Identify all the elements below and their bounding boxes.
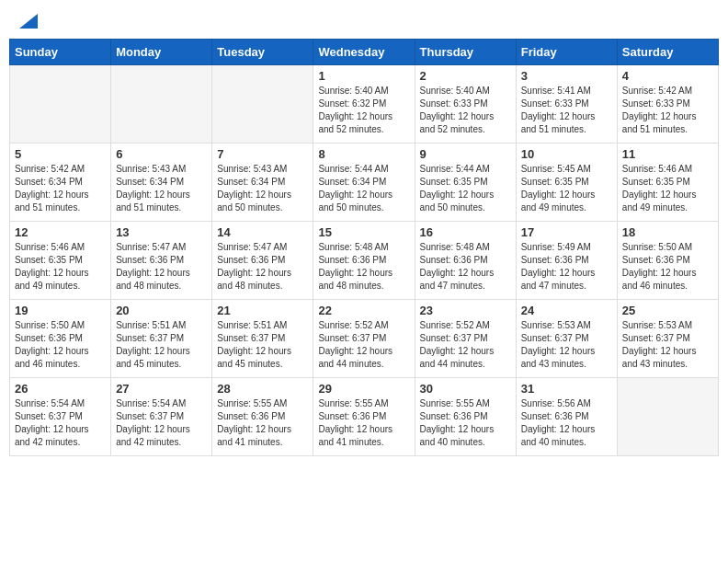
day-info: Sunrise: 5:52 AM Sunset: 6:37 PM Dayligh… [420,319,511,371]
day-info: Sunrise: 5:47 AM Sunset: 6:36 PM Dayligh… [217,241,308,293]
day-number: 14 [217,225,308,239]
day-number: 16 [420,225,511,239]
day-number: 24 [521,304,612,317]
calendar-cell [111,65,212,144]
weekday-header-sunday: Sunday [10,40,111,65]
day-info: Sunrise: 5:49 AM Sunset: 6:36 PM Dayligh… [521,241,612,293]
day-info: Sunrise: 5:42 AM Sunset: 6:33 PM Dayligh… [622,85,713,136]
calendar-cell [10,65,111,144]
logo [18,14,39,25]
calendar-cell: 3Sunrise: 5:41 AM Sunset: 6:33 PM Daylig… [516,65,617,144]
day-number: 27 [116,382,207,396]
calendar-cell: 19Sunrise: 5:50 AM Sunset: 6:36 PM Dayli… [10,300,111,378]
calendar-cell: 2Sunrise: 5:40 AM Sunset: 6:33 PM Daylig… [415,65,516,144]
day-info: Sunrise: 5:48 AM Sunset: 6:36 PM Dayligh… [420,241,511,293]
day-number: 29 [318,382,409,396]
day-number: 15 [318,225,409,239]
day-info: Sunrise: 5:56 AM Sunset: 6:36 PM Dayligh… [521,397,612,449]
day-number: 13 [116,225,207,239]
calendar-cell: 27Sunrise: 5:54 AM Sunset: 6:37 PM Dayli… [111,378,212,456]
day-info: Sunrise: 5:41 AM Sunset: 6:33 PM Dayligh… [521,85,612,136]
day-number: 22 [318,304,409,317]
calendar-cell: 11Sunrise: 5:46 AM Sunset: 6:35 PM Dayli… [617,144,718,222]
day-number: 5 [15,147,106,161]
calendar-cell: 29Sunrise: 5:55 AM Sunset: 6:36 PM Dayli… [313,378,415,456]
calendar-cell: 18Sunrise: 5:50 AM Sunset: 6:36 PM Dayli… [617,222,718,300]
day-info: Sunrise: 5:43 AM Sunset: 6:34 PM Dayligh… [217,163,308,214]
day-info: Sunrise: 5:54 AM Sunset: 6:37 PM Dayligh… [116,397,207,449]
calendar-week-2: 5Sunrise: 5:42 AM Sunset: 6:34 PM Daylig… [10,144,719,222]
day-number: 30 [420,382,511,396]
calendar-cell: 26Sunrise: 5:54 AM Sunset: 6:37 PM Dayli… [10,378,111,456]
calendar-cell: 4Sunrise: 5:42 AM Sunset: 6:33 PM Daylig… [617,65,718,144]
calendar-cell: 13Sunrise: 5:47 AM Sunset: 6:36 PM Dayli… [111,222,212,300]
day-number: 9 [420,147,511,161]
day-info: Sunrise: 5:45 AM Sunset: 6:35 PM Dayligh… [521,163,612,214]
day-info: Sunrise: 5:53 AM Sunset: 6:37 PM Dayligh… [521,319,612,371]
day-number: 31 [521,382,612,396]
calendar-cell: 8Sunrise: 5:44 AM Sunset: 6:34 PM Daylig… [313,144,415,222]
calendar-cell: 23Sunrise: 5:52 AM Sunset: 6:37 PM Dayli… [415,300,516,378]
calendar-cell: 6Sunrise: 5:43 AM Sunset: 6:34 PM Daylig… [111,144,212,222]
day-number: 6 [116,147,207,161]
weekday-header-wednesday: Wednesday [313,40,415,65]
calendar-cell: 12Sunrise: 5:46 AM Sunset: 6:35 PM Dayli… [10,222,111,300]
weekday-header-saturday: Saturday [617,40,718,65]
calendar-cell: 5Sunrise: 5:42 AM Sunset: 6:34 PM Daylig… [10,144,111,222]
day-number: 2 [420,69,511,83]
calendar-cell [212,65,313,144]
day-info: Sunrise: 5:42 AM Sunset: 6:34 PM Dayligh… [15,163,106,214]
calendar-cell: 16Sunrise: 5:48 AM Sunset: 6:36 PM Dayli… [415,222,516,300]
day-info: Sunrise: 5:54 AM Sunset: 6:37 PM Dayligh… [15,397,106,449]
day-info: Sunrise: 5:48 AM Sunset: 6:36 PM Dayligh… [318,241,409,293]
day-info: Sunrise: 5:55 AM Sunset: 6:36 PM Dayligh… [318,397,409,449]
day-info: Sunrise: 5:44 AM Sunset: 6:35 PM Dayligh… [420,163,511,214]
calendar-cell: 31Sunrise: 5:56 AM Sunset: 6:36 PM Dayli… [516,378,617,456]
weekday-header-row: SundayMondayTuesdayWednesdayThursdayFrid… [10,40,719,65]
day-info: Sunrise: 5:51 AM Sunset: 6:37 PM Dayligh… [217,319,308,371]
calendar-cell: 25Sunrise: 5:53 AM Sunset: 6:37 PM Dayli… [617,300,718,378]
calendar-cell: 24Sunrise: 5:53 AM Sunset: 6:37 PM Dayli… [516,300,617,378]
calendar-week-3: 12Sunrise: 5:46 AM Sunset: 6:35 PM Dayli… [10,222,719,300]
day-number: 12 [15,225,106,239]
calendar-week-5: 26Sunrise: 5:54 AM Sunset: 6:37 PM Dayli… [10,378,719,456]
calendar-cell: 14Sunrise: 5:47 AM Sunset: 6:36 PM Dayli… [212,222,313,300]
day-number: 20 [116,304,207,317]
day-number: 28 [217,382,308,396]
day-number: 21 [217,304,308,317]
day-number: 11 [622,147,713,161]
day-info: Sunrise: 5:53 AM Sunset: 6:37 PM Dayligh… [622,319,713,371]
calendar-cell: 7Sunrise: 5:43 AM Sunset: 6:34 PM Daylig… [212,144,313,222]
day-number: 23 [420,304,511,317]
page-header [9,9,719,29]
day-info: Sunrise: 5:40 AM Sunset: 6:32 PM Dayligh… [318,85,409,136]
svg-marker-0 [19,14,38,29]
calendar-cell: 17Sunrise: 5:49 AM Sunset: 6:36 PM Dayli… [516,222,617,300]
day-info: Sunrise: 5:44 AM Sunset: 6:34 PM Dayligh… [318,163,409,214]
day-info: Sunrise: 5:43 AM Sunset: 6:34 PM Dayligh… [116,163,207,214]
calendar-cell: 28Sunrise: 5:55 AM Sunset: 6:36 PM Dayli… [212,378,313,456]
day-number: 25 [622,304,713,317]
day-info: Sunrise: 5:55 AM Sunset: 6:36 PM Dayligh… [217,397,308,449]
day-info: Sunrise: 5:46 AM Sunset: 6:35 PM Dayligh… [622,163,713,214]
day-info: Sunrise: 5:50 AM Sunset: 6:36 PM Dayligh… [622,241,713,293]
day-info: Sunrise: 5:51 AM Sunset: 6:37 PM Dayligh… [116,319,207,371]
calendar-cell: 1Sunrise: 5:40 AM Sunset: 6:32 PM Daylig… [313,65,415,144]
calendar-cell: 30Sunrise: 5:55 AM Sunset: 6:36 PM Dayli… [415,378,516,456]
day-info: Sunrise: 5:47 AM Sunset: 6:36 PM Dayligh… [116,241,207,293]
day-number: 1 [318,69,409,83]
day-number: 17 [521,225,612,239]
day-info: Sunrise: 5:40 AM Sunset: 6:33 PM Dayligh… [420,85,511,136]
calendar-cell [617,378,718,456]
day-number: 26 [15,382,106,396]
day-number: 3 [521,69,612,83]
day-number: 19 [15,304,106,317]
weekday-header-friday: Friday [516,40,617,65]
weekday-header-monday: Monday [111,40,212,65]
day-number: 4 [622,69,713,83]
weekday-header-tuesday: Tuesday [212,40,313,65]
day-info: Sunrise: 5:46 AM Sunset: 6:35 PM Dayligh… [15,241,106,293]
calendar-cell: 9Sunrise: 5:44 AM Sunset: 6:35 PM Daylig… [415,144,516,222]
day-number: 8 [318,147,409,161]
calendar-cell: 20Sunrise: 5:51 AM Sunset: 6:37 PM Dayli… [111,300,212,378]
